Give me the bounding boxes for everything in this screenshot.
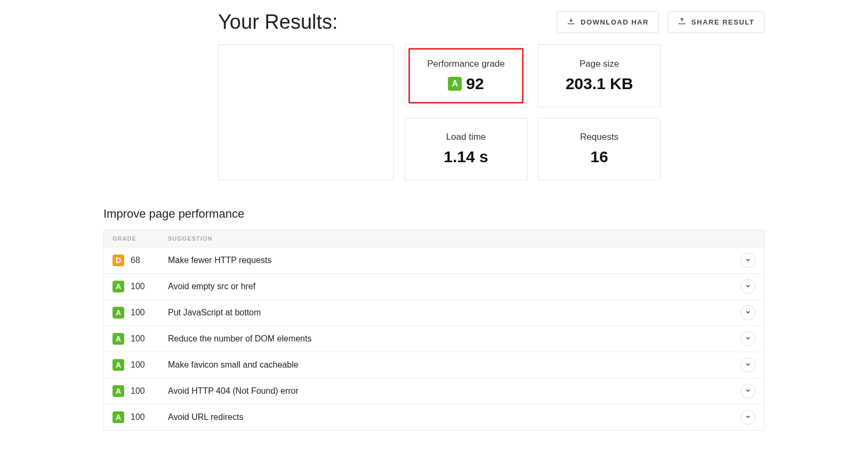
grade-badge: A bbox=[112, 333, 124, 345]
grade-badge: A bbox=[112, 281, 124, 292]
grade-badge: A bbox=[112, 385, 124, 397]
load-time-value: 1.14 s bbox=[444, 148, 488, 166]
row-grade-cell: D68 bbox=[112, 255, 168, 266]
row-suggestion: Avoid empty src or href bbox=[168, 282, 741, 291]
row-score: 100 bbox=[131, 412, 145, 422]
row-grade-cell: A100 bbox=[112, 333, 168, 345]
page-title: Your Results: bbox=[218, 11, 338, 34]
chevron-down-icon bbox=[745, 257, 751, 265]
chevron-down-icon bbox=[745, 361, 751, 369]
improve-section-heading: Improve page performance bbox=[103, 207, 765, 221]
row-suggestion: Avoid URL redirects bbox=[168, 412, 741, 422]
download-har-label: DOWNLOAD HAR bbox=[581, 18, 649, 26]
row-grade-cell: A100 bbox=[112, 281, 168, 292]
share-result-button[interactable]: SHARE RESULT bbox=[668, 11, 765, 33]
row-suggestion: Reduce the number of DOM elements bbox=[168, 334, 741, 344]
grade-badge: D bbox=[112, 255, 124, 266]
chevron-down-icon bbox=[745, 283, 751, 291]
download-har-button[interactable]: DOWNLOAD HAR bbox=[557, 11, 659, 33]
requests-label: Requests bbox=[580, 132, 618, 142]
row-suggestion: Make fewer HTTP requests bbox=[168, 256, 741, 265]
row-suggestion: Make favicon small and cacheable bbox=[168, 360, 741, 370]
table-row[interactable]: A100Avoid empty src or href bbox=[104, 273, 764, 299]
suggestions-table: GRADE SUGGESTION D68Make fewer HTTP requ… bbox=[103, 229, 765, 431]
load-time-label: Load time bbox=[446, 132, 486, 142]
load-time-card: Load time 1.14 s bbox=[405, 118, 527, 181]
expand-button[interactable] bbox=[741, 253, 756, 268]
table-row[interactable]: A100Avoid URL redirects bbox=[104, 404, 764, 430]
page-size-label: Page size bbox=[580, 59, 620, 69]
table-row[interactable]: A100Make favicon small and cacheable bbox=[104, 352, 764, 378]
table-row[interactable]: A100Avoid HTTP 404 (Not Found) error bbox=[104, 378, 764, 404]
row-grade-cell: A100 bbox=[112, 359, 168, 371]
expand-button[interactable] bbox=[741, 279, 756, 294]
table-row[interactable]: A100Reduce the number of DOM elements bbox=[104, 325, 764, 352]
grade-badge: A bbox=[112, 359, 124, 371]
page-size-card: Page size 203.1 KB bbox=[538, 44, 661, 107]
row-score: 100 bbox=[131, 386, 145, 396]
row-score: 100 bbox=[131, 282, 145, 291]
chevron-down-icon bbox=[745, 387, 751, 395]
expand-button[interactable] bbox=[741, 384, 756, 399]
page-size-value: 203.1 KB bbox=[566, 75, 633, 93]
grade-badge: A bbox=[112, 411, 124, 423]
row-score: 100 bbox=[131, 360, 145, 370]
expand-button[interactable] bbox=[741, 305, 756, 320]
row-score: 100 bbox=[131, 308, 145, 317]
row-grade-cell: A100 bbox=[112, 411, 168, 423]
share-icon bbox=[678, 17, 686, 27]
chevron-down-icon bbox=[745, 335, 751, 343]
share-result-label: SHARE RESULT bbox=[692, 18, 754, 26]
action-buttons: DOWNLOAD HAR SHARE RESULT bbox=[557, 11, 765, 33]
row-score: 100 bbox=[131, 334, 145, 344]
download-icon bbox=[567, 17, 575, 27]
expand-button[interactable] bbox=[741, 331, 756, 346]
requests-value: 16 bbox=[590, 148, 608, 166]
table-row[interactable]: D68Make fewer HTTP requests bbox=[104, 247, 764, 273]
page-preview-placeholder bbox=[218, 44, 394, 180]
chevron-down-icon bbox=[745, 309, 751, 317]
row-grade-cell: A100 bbox=[112, 385, 168, 397]
chevron-down-icon bbox=[745, 414, 751, 422]
requests-card: Requests 16 bbox=[538, 118, 661, 181]
table-header: GRADE SUGGESTION bbox=[104, 230, 764, 247]
row-score: 68 bbox=[131, 256, 140, 265]
row-suggestion: Avoid HTTP 404 (Not Found) error bbox=[168, 386, 741, 396]
row-grade-cell: A100 bbox=[112, 307, 168, 319]
column-header-grade: GRADE bbox=[112, 235, 168, 242]
expand-button[interactable] bbox=[741, 357, 756, 372]
performance-grade-label: Performance grade bbox=[427, 59, 505, 69]
metrics-grid: Performance grade A 92 Page size 203.1 K… bbox=[405, 44, 661, 180]
expand-button[interactable] bbox=[741, 410, 756, 425]
grade-badge: A bbox=[448, 77, 462, 91]
grade-badge: A bbox=[112, 307, 124, 319]
table-row[interactable]: A100Put JavaScript at bottom bbox=[104, 299, 764, 325]
row-suggestion: Put JavaScript at bottom bbox=[168, 308, 741, 317]
performance-grade-card: Performance grade A 92 bbox=[405, 44, 527, 107]
performance-grade-value: 92 bbox=[466, 75, 484, 93]
column-header-suggestion: SUGGESTION bbox=[168, 235, 756, 242]
